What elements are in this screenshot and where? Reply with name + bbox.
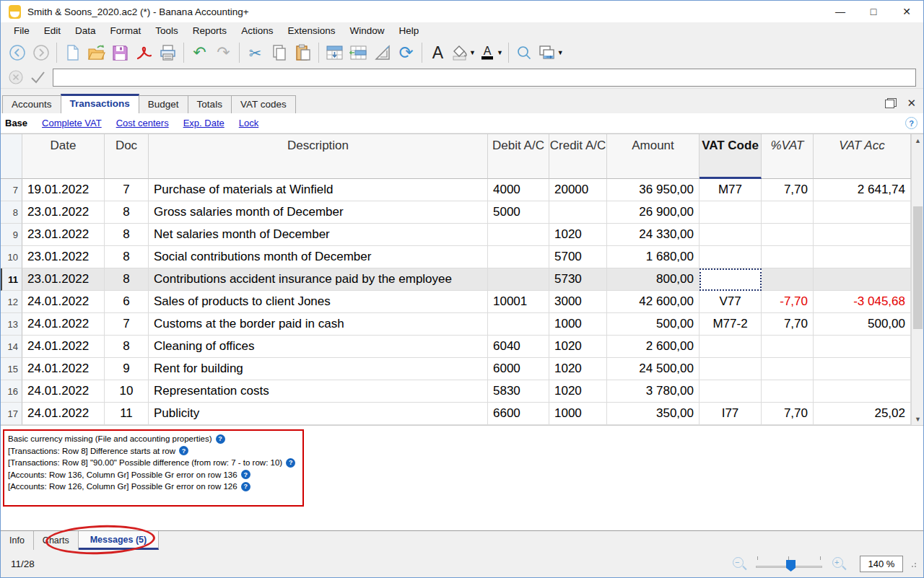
help-icon[interactable]: ? [216,434,225,444]
resize-grip[interactable] [909,560,916,567]
cell-credit[interactable]: 1020 [549,336,607,358]
tab-totals[interactable]: Totals [188,95,232,113]
tab-budget[interactable]: Budget [139,95,188,113]
cell-num[interactable]: 7 [1,179,22,201]
menu-help[interactable]: Help [391,23,426,38]
cell-amount[interactable]: 800,00 [607,268,699,291]
table-row[interactable]: 823.01.20228Gross salaries month of Dece… [1,201,911,224]
cell-date[interactable]: 24.01.2022 [22,380,105,403]
cell-amount[interactable]: 42 600,00 [607,291,699,313]
cell-description[interactable]: Net salaries month of December [149,224,488,246]
cell-amount[interactable]: 24 500,00 [607,358,699,380]
cell-description[interactable]: Purchase of materials at Winfield [149,179,488,201]
accept-entry-icon[interactable] [27,68,48,87]
cell-doc[interactable]: 8 [105,224,149,246]
maximize-button[interactable]: □ [857,1,890,22]
menu-edit[interactable]: Edit [37,23,68,38]
help-icon[interactable]: ? [179,446,188,455]
close-view-icon[interactable]: ✕ [907,97,916,110]
cell-num[interactable]: 11 [1,268,22,291]
cell-date[interactable]: 24.01.2022 [22,336,105,358]
cell-description[interactable]: Sales of products to client Jones [149,291,488,313]
cell-description[interactable]: Social contributions month of December [149,246,488,268]
open-file-icon[interactable] [84,41,108,64]
menu-window[interactable]: Window [342,23,391,38]
column-header-vat_code[interactable]: VAT Code [699,134,762,179]
cell-pct_vat[interactable]: -7,70 [762,291,814,313]
cell-pct_vat[interactable] [762,224,814,246]
cell-credit[interactable]: 5730 [549,268,607,291]
cell-debit[interactable] [488,246,549,268]
column-header-date[interactable]: Date [22,134,105,179]
cell-description[interactable]: Rent for building [149,358,488,380]
cell-debit[interactable]: 5830 [488,380,549,403]
formula-input[interactable] [53,69,916,87]
table-row[interactable]: 1724.01.202211Publicity66001000350,00I77… [1,403,911,425]
column-header-num[interactable] [1,134,22,179]
add-row-icon[interactable] [346,41,370,64]
cell-date[interactable]: 24.01.2022 [22,358,105,380]
cell-date[interactable]: 24.01.2022 [22,403,105,425]
cancel-entry-icon[interactable] [5,68,27,87]
cell-vat_acc[interactable] [814,268,911,291]
dropdown-caret-icon[interactable]: ▼ [497,49,503,56]
cell-vat_code[interactable]: V77 [699,291,762,313]
cell-amount[interactable]: 36 950,00 [607,179,699,201]
search-icon[interactable] [513,41,536,64]
menu-data[interactable]: Data [68,23,103,38]
table-row[interactable]: 1224.01.20226Sales of products to client… [1,291,911,313]
cell-vat_code[interactable]: M77-2 [699,313,762,336]
cell-vat_acc[interactable]: -3 045,68 [814,291,911,313]
cell-debit[interactable]: 6000 [488,358,549,380]
zoom-out-icon[interactable]: − [731,556,747,572]
cell-vat_code[interactable] [699,201,762,224]
print-icon[interactable] [156,41,180,64]
cell-num[interactable]: 9 [1,224,22,246]
view-base-label[interactable]: Base [5,118,27,128]
cell-pct_vat[interactable]: 7,70 [762,313,814,336]
table-row[interactable]: 1524.01.20229Rent for building6000102024… [1,358,911,380]
cell-num[interactable]: 10 [1,246,22,268]
copy-icon[interactable] [267,41,291,64]
cell-pct_vat[interactable] [762,201,814,224]
cell-credit[interactable] [549,201,607,224]
cell-vat_acc[interactable]: 25,02 [814,403,911,425]
minimize-button[interactable]: — [824,1,857,22]
cell-vat_code[interactable]: M77 [699,179,762,201]
cell-num[interactable]: 16 [1,380,22,403]
cell-amount[interactable]: 2 600,00 [607,336,699,358]
tab-vat-codes[interactable]: VAT codes [231,95,296,113]
cell-date[interactable]: 23.01.2022 [22,201,105,224]
cell-vat_acc[interactable] [814,246,911,268]
cell-doc[interactable]: 8 [105,246,149,268]
recalculate-icon[interactable]: ⟳ [394,41,418,64]
table-row[interactable]: 1624.01.202210Representation costs583010… [1,380,911,403]
dropdown-caret-icon[interactable]: ▼ [469,49,476,56]
cell-pct_vat[interactable]: 7,70 [762,179,814,201]
cell-credit[interactable]: 20000 [549,179,607,201]
fill-color-icon[interactable]: ▼ [450,41,477,64]
view-link-cost-centers[interactable]: Cost centers [116,118,169,128]
cell-vat_acc[interactable]: 2 641,74 [814,179,911,201]
cell-num[interactable]: 12 [1,291,22,313]
cell-date[interactable]: 24.01.2022 [22,313,105,336]
cell-credit[interactable]: 1000 [549,313,607,336]
cell-credit[interactable]: 3000 [549,291,607,313]
cell-vat_acc[interactable] [814,336,911,358]
cell-amount[interactable]: 1 680,00 [607,246,699,268]
tab-transactions[interactable]: Transactions [61,94,139,113]
cell-doc[interactable]: 7 [105,179,149,201]
scrollbar-thumb[interactable] [913,206,923,329]
column-header-debit[interactable]: Debit A/C [488,134,549,179]
table-row[interactable]: 1023.01.20228Social contributions month … [1,246,911,268]
cell-credit[interactable]: 1020 [549,380,607,403]
cell-amount[interactable]: 350,00 [607,403,699,425]
column-header-credit[interactable]: Credit A/C [549,134,607,179]
redo-icon[interactable]: ↷ [212,41,235,64]
view-link-lock[interactable]: Lock [239,118,258,128]
float-view-icon[interactable] [885,98,897,108]
table-row[interactable]: 1123.01.20228Contributions accident insu… [1,268,911,291]
paste-icon[interactable] [291,41,315,64]
menu-file[interactable]: File [6,23,37,38]
cell-description[interactable]: Cleaning of offices [149,336,488,358]
